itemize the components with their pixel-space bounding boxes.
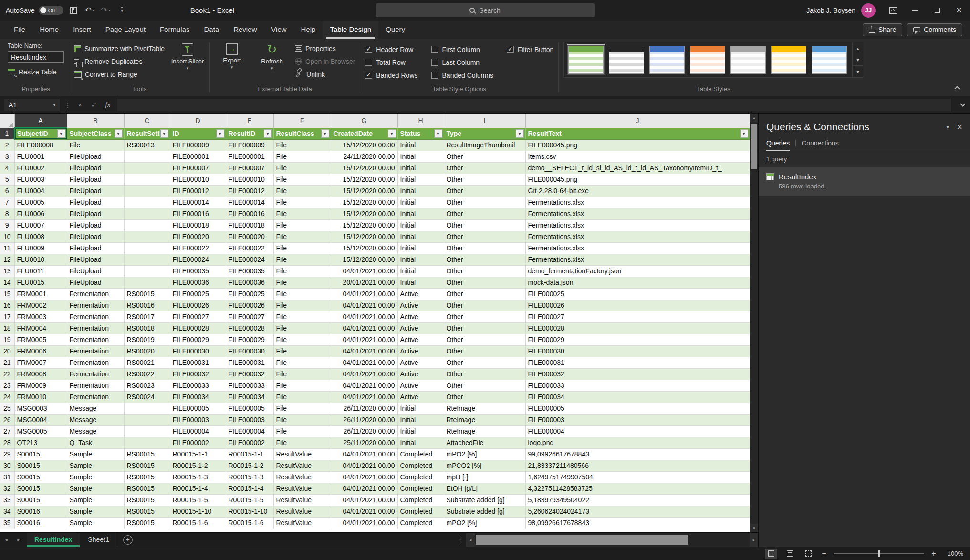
- cell[interactable]: FileUpload: [67, 254, 124, 265]
- cell[interactable]: FILE000026: [226, 300, 273, 311]
- cell[interactable]: 15/12/2020 00.00: [331, 219, 397, 231]
- cell[interactable]: Other: [444, 368, 525, 380]
- ribbon-tab[interactable]: Page Layout: [98, 21, 153, 39]
- cell[interactable]: Initial: [397, 174, 444, 185]
- cell[interactable]: 15/12/2020 00.00: [331, 185, 397, 197]
- cell[interactable]: FLU0004: [14, 185, 67, 197]
- cell[interactable]: FILE000032: [525, 368, 750, 380]
- cell[interactable]: [124, 242, 170, 254]
- cell[interactable]: Initial: [397, 197, 444, 208]
- cell[interactable]: 26/11/2020 00.00: [331, 425, 397, 437]
- cell[interactable]: Fermentation: [67, 345, 124, 357]
- cell[interactable]: FILE000018: [170, 219, 226, 231]
- cell[interactable]: S00015: [14, 448, 67, 460]
- cell[interactable]: R00015-1-6: [170, 517, 226, 529]
- cell[interactable]: FLU0008: [14, 231, 67, 242]
- cell[interactable]: 1,6249751749907504: [525, 471, 750, 483]
- row-header[interactable]: 35: [0, 517, 14, 529]
- page-layout-view-button[interactable]: [783, 549, 796, 559]
- cell[interactable]: Other: [444, 277, 525, 288]
- zoom-out-button[interactable]: −: [821, 550, 827, 558]
- table-header-cell[interactable]: SubjectID▼: [14, 128, 67, 139]
- cell[interactable]: [124, 437, 170, 448]
- cell[interactable]: File: [273, 425, 331, 437]
- cell[interactable]: Other: [444, 197, 525, 208]
- cell[interactable]: Other: [444, 265, 525, 277]
- table-header-cell[interactable]: Type▼: [444, 128, 525, 139]
- cell[interactable]: [124, 174, 170, 185]
- cell[interactable]: Fermentation: [67, 288, 124, 300]
- row-header[interactable]: 21: [0, 357, 14, 368]
- column-header[interactable]: J: [525, 114, 750, 128]
- ribbon-tab[interactable]: Table Design: [323, 21, 378, 39]
- cell[interactable]: Fermentation: [67, 300, 124, 311]
- cell[interactable]: FILE000027: [170, 311, 226, 322]
- row-header[interactable]: 11: [0, 242, 14, 254]
- cell[interactable]: FILE000002: [170, 437, 226, 448]
- cell[interactable]: Active: [397, 288, 444, 300]
- column-header[interactable]: A: [14, 114, 67, 128]
- cell[interactable]: FileUpload: [67, 208, 124, 219]
- table-style-swatch[interactable]: [648, 44, 686, 75]
- table-header-cell[interactable]: ResultText▼: [525, 128, 750, 139]
- cell[interactable]: RS00015: [124, 483, 170, 494]
- row-header[interactable]: 8: [0, 208, 14, 219]
- row-header[interactable]: 29: [0, 448, 14, 460]
- row-header[interactable]: 17: [0, 311, 14, 322]
- cell[interactable]: Sample: [67, 494, 124, 506]
- cell[interactable]: 04/01/2021 00.00: [331, 322, 397, 334]
- cell[interactable]: [124, 403, 170, 414]
- cell[interactable]: RS00015: [124, 460, 170, 471]
- panel-close-icon[interactable]: ×: [957, 124, 962, 130]
- cell[interactable]: Other: [444, 208, 525, 219]
- scroll-left-icon[interactable]: ◂: [466, 533, 475, 547]
- cell[interactable]: Active: [397, 322, 444, 334]
- filter-button[interactable]: ▼: [434, 130, 442, 138]
- style-option-checkbox[interactable]: Filter Button: [507, 43, 553, 56]
- cell[interactable]: [124, 151, 170, 162]
- cell[interactable]: FILE000001: [226, 151, 273, 162]
- row-header[interactable]: 32: [0, 483, 14, 494]
- redo-button[interactable]: ↷▾: [100, 3, 112, 18]
- cell[interactable]: [124, 277, 170, 288]
- column-header[interactable]: E: [226, 114, 273, 128]
- scroll-right-icon[interactable]: ▸: [750, 533, 758, 547]
- vertical-scrollbar[interactable]: ▴ ▾: [750, 114, 758, 532]
- row-header[interactable]: 6: [0, 185, 14, 197]
- cell[interactable]: FileUpload: [67, 231, 124, 242]
- cell[interactable]: Initial: [397, 254, 444, 265]
- row-header[interactable]: 22: [0, 368, 14, 380]
- cell[interactable]: File: [273, 368, 331, 380]
- cell[interactable]: FILE000033: [170, 380, 226, 391]
- row-header[interactable]: 25: [0, 403, 14, 414]
- cell[interactable]: FILE000009: [170, 139, 226, 151]
- query-item[interactable]: ResultIndex 586 rows loaded.: [759, 168, 970, 196]
- cell[interactable]: Items.csv: [525, 151, 750, 162]
- cell[interactable]: [124, 162, 170, 174]
- cell[interactable]: 04/01/2021 00.00: [331, 494, 397, 506]
- cell[interactable]: 04/01/2021 00.00: [331, 265, 397, 277]
- style-option-checkbox[interactable]: First Column: [431, 43, 493, 56]
- column-header[interactable]: G: [331, 114, 397, 128]
- filter-button[interactable]: ▼: [160, 130, 168, 138]
- cell[interactable]: Other: [444, 162, 525, 174]
- cell[interactable]: Initial: [397, 437, 444, 448]
- cell[interactable]: FILE000012: [170, 185, 226, 197]
- cell[interactable]: FILE000009: [226, 139, 273, 151]
- cell[interactable]: FILE000012: [226, 185, 273, 197]
- cell[interactable]: FILE000026: [170, 300, 226, 311]
- cell[interactable]: Initial: [397, 265, 444, 277]
- cell[interactable]: R00015-1-1: [170, 448, 226, 460]
- cell[interactable]: MSG0005: [14, 425, 67, 437]
- table-name-input[interactable]: [8, 51, 64, 63]
- cell[interactable]: FileUpload: [67, 185, 124, 197]
- cell[interactable]: FILE000014: [170, 197, 226, 208]
- cell[interactable]: ResultValue: [273, 517, 331, 529]
- cell[interactable]: Other: [444, 151, 525, 162]
- cell[interactable]: FileUpload: [67, 219, 124, 231]
- table-style-swatch[interactable]: [567, 44, 605, 75]
- cell[interactable]: FILE000034: [525, 391, 750, 403]
- undo-button[interactable]: ↶▾: [83, 3, 96, 18]
- row-header[interactable]: 1: [0, 128, 14, 139]
- cell[interactable]: MSG0004: [14, 414, 67, 425]
